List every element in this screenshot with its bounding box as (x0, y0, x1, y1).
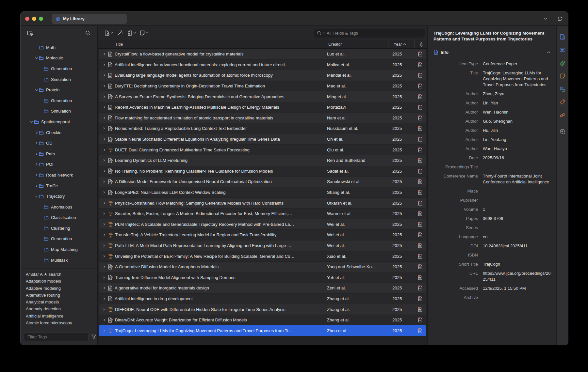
pdf-attachment-icon[interactable] (418, 201, 422, 206)
row-expand-chevron-icon[interactable] (103, 127, 106, 130)
collection-spatiotemporal[interactable]: Spatiotemporal (21, 116, 97, 127)
table-row[interactable]: Artificial intelligence in drug developm… (99, 294, 426, 304)
sync-button[interactable] (555, 14, 565, 23)
search-scope-chevron-icon[interactable] (323, 32, 325, 34)
collection-road-network[interactable]: Road Network (21, 170, 97, 180)
field-value[interactable]: Guo, Shengnan (483, 118, 551, 124)
table-row[interactable]: A Survey on Future Frame Synthesis: Brid… (99, 91, 426, 102)
row-expand-chevron-icon[interactable] (103, 148, 106, 151)
field-value[interactable]: 1 (483, 207, 551, 212)
collection-traffic[interactable]: Traffic (21, 180, 97, 191)
abstract-icon[interactable] (558, 43, 567, 56)
collection-molecule[interactable]: Molecule (21, 53, 97, 64)
new-collection-button[interactable] (25, 28, 35, 38)
tag-filter-funnel-icon[interactable] (91, 334, 96, 339)
field-value[interactable]: Conference Paper (483, 61, 551, 67)
column-header-year[interactable]: Year (388, 40, 414, 48)
tag-analytical-models[interactable]: Analytical models (26, 299, 97, 305)
collection-clustering[interactable]: Clustering (21, 223, 97, 234)
field-value[interactable] (483, 225, 551, 231)
new-note-button[interactable] (139, 30, 150, 36)
pdf-attachment-icon[interactable] (418, 147, 422, 152)
column-header-attachment[interactable] (414, 40, 427, 48)
collection-generation[interactable]: Generation (21, 95, 97, 106)
pdf-attachment-icon[interactable] (418, 52, 422, 56)
collection-multitask[interactable]: Multitask (21, 255, 97, 266)
filter-tags-input[interactable] (24, 333, 89, 341)
field-value[interactable]: TrajCogn (483, 261, 551, 267)
table-row[interactable]: BinaryDM: Accurate Weight Binarization f… (99, 315, 426, 325)
row-expand-chevron-icon[interactable] (103, 202, 106, 205)
pdf-attachment-icon[interactable] (418, 222, 422, 227)
field-value[interactable] (483, 197, 551, 203)
pdf-attachment-icon[interactable] (418, 275, 422, 280)
row-expand-chevron-icon[interactable] (103, 95, 106, 98)
add-by-identifier-button[interactable] (116, 29, 124, 37)
tag-artificial-intelligence[interactable]: Artificial Intelligence (26, 313, 97, 319)
row-expand-chevron-icon[interactable] (103, 287, 106, 289)
pdf-attachment-icon[interactable] (418, 211, 422, 216)
close-window-button[interactable] (25, 17, 29, 21)
pdf-attachment-icon[interactable] (418, 158, 422, 163)
collection-od[interactable]: OD (21, 138, 97, 148)
libraries-collections-icon[interactable] (558, 83, 567, 95)
chevron-down-icon[interactable] (29, 120, 34, 123)
field-value[interactable]: Zhou, Zeyu (483, 91, 551, 97)
table-row[interactable]: Evaluating large language model agents f… (99, 70, 426, 81)
table-row[interactable]: A Diffusion Model Framework for Unsuperv… (99, 177, 426, 187)
pdf-attachment-icon[interactable] (418, 137, 422, 142)
pdf-attachment-icon[interactable] (418, 169, 422, 174)
table-row[interactable]: Artificial intelligence for advanced fun… (99, 60, 426, 70)
tags-icon[interactable] (558, 96, 567, 108)
table-row[interactable]: CrystalFlow: a flow-based generative mod… (99, 49, 426, 59)
collection-trajectory[interactable]: Trajectory (21, 191, 97, 202)
pdf-attachment-icon[interactable] (418, 264, 422, 269)
collection-math[interactable]: Math (21, 42, 97, 53)
row-expand-chevron-icon[interactable] (103, 63, 106, 66)
row-expand-chevron-icon[interactable] (103, 276, 106, 279)
row-expand-chevron-icon[interactable] (103, 191, 106, 194)
field-value[interactable]: 10.24963/ijcai.2025/411 (483, 243, 551, 249)
collection-map-matching[interactable]: Map Matching (21, 244, 97, 255)
chevron-down-icon[interactable] (34, 57, 39, 59)
table-row[interactable]: Stable Neural Stochastic Differential Eq… (99, 134, 426, 145)
pdf-attachment-icon[interactable] (418, 84, 422, 88)
pdf-attachment-icon[interactable] (418, 328, 422, 333)
chevron-right-icon[interactable] (34, 174, 39, 177)
tag-a-star-a-search[interactable]: A^\star A ★ search (26, 271, 97, 278)
table-row[interactable]: Smarter, Better, Faster, Longer: A Moder… (99, 209, 426, 219)
field-value[interactable]: Wen, Haomin (483, 109, 551, 115)
minimize-window-button[interactable] (32, 17, 36, 21)
tag-adaptation-models[interactable]: Adaptation models (26, 278, 97, 285)
info-section-header[interactable]: Info (433, 46, 551, 58)
field-value[interactable] (483, 188, 551, 194)
field-value[interactable] (483, 252, 551, 258)
row-expand-chevron-icon[interactable] (103, 138, 106, 141)
table-row[interactable]: Recent Advances in Machine Learning-Assi… (99, 102, 426, 113)
pdf-attachment-icon[interactable] (418, 307, 422, 312)
field-value[interactable]: Thirty-Fourth International Joint Confer… (483, 173, 551, 185)
row-expand-chevron-icon[interactable] (103, 318, 106, 321)
row-expand-chevron-icon[interactable] (103, 74, 106, 77)
table-row[interactable]: DutyTTE: Deciphering Uncertainty in Orig… (99, 81, 426, 91)
column-header-creator[interactable]: Creator (323, 40, 388, 48)
field-value[interactable]: 12/6/2025, 1:15:50 PM (483, 286, 551, 291)
collection-generation[interactable]: Generation (21, 63, 97, 74)
table-row[interactable]: TrajCogn: Leveraging LLMs for Cognizing … (99, 325, 426, 336)
attachments-icon[interactable] (558, 56, 567, 69)
row-expand-chevron-icon[interactable] (103, 223, 106, 226)
table-row[interactable]: Path-LLM: A Multi-Modal Path Representat… (99, 240, 426, 251)
collection-path[interactable]: Path (21, 148, 97, 159)
quick-search-field[interactable] (314, 29, 425, 38)
locate-icon[interactable] (558, 125, 567, 138)
related-icon[interactable] (558, 109, 567, 121)
search-input[interactable] (327, 31, 422, 36)
field-value[interactable]: https://www.ijcai.org/proceedings/2025/4… (483, 271, 551, 282)
field-value[interactable]: 3698-3706 (483, 216, 551, 222)
column-header-title[interactable]: Title (98, 40, 323, 48)
row-expand-chevron-icon[interactable] (103, 212, 106, 215)
chevron-right-icon[interactable] (34, 152, 39, 155)
pdf-attachment-icon[interactable] (418, 318, 422, 322)
field-value[interactable] (483, 295, 551, 301)
table-row[interactable]: LongRoPE2: Near-Lossless LLM Context Win… (99, 187, 426, 198)
